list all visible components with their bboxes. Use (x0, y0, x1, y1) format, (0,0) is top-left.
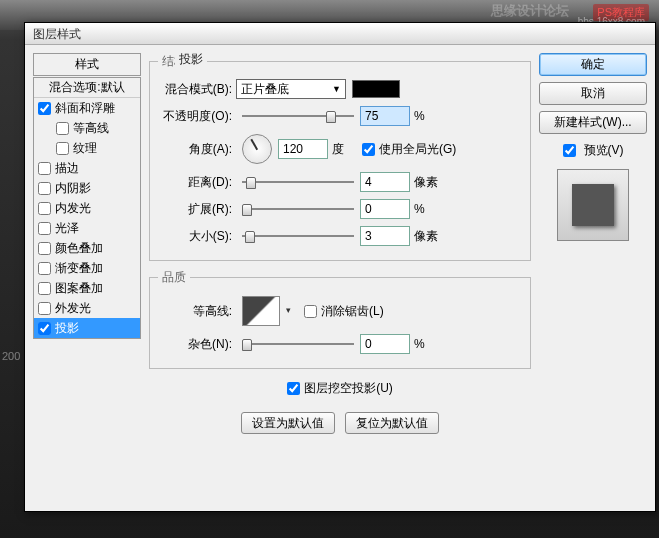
opacity-slider[interactable] (242, 109, 354, 123)
preview-checkbox[interactable] (563, 144, 576, 157)
layer-style-dialog: 图层样式 样式 混合选项:默认 斜面和浮雕等高线纹理描边内阴影内发光光泽颜色叠加… (24, 22, 656, 512)
spread-label: 扩展(R): (158, 201, 236, 218)
style-item-3[interactable]: 描边 (34, 158, 140, 178)
preview-swatch (557, 169, 629, 241)
style-item-checkbox[interactable] (56, 142, 69, 155)
effect-settings-panel: 投影 结构 混合模式(B): 正片叠底 ▼ 不透明度(O): % (149, 53, 531, 503)
dialog-buttons-panel: 确定 取消 新建样式(W)... 预览(V) (539, 53, 647, 503)
contour-label: 等高线: (158, 303, 236, 320)
antialias-label: 消除锯齿(L) (321, 303, 384, 320)
watermark-brand: 思缘设计论坛 (491, 2, 569, 20)
antialias-checkbox[interactable] (304, 305, 317, 318)
style-item-label: 外发光 (55, 300, 91, 317)
quality-group: 品质 等高线: 消除锯齿(L) 杂色(N): % (149, 269, 531, 369)
distance-label: 距离(D): (158, 174, 236, 191)
style-item-label: 内阴影 (55, 180, 91, 197)
style-item-checkbox[interactable] (38, 262, 51, 275)
shadow-color-swatch[interactable] (352, 80, 400, 98)
spread-slider[interactable] (242, 202, 354, 216)
style-item-label: 投影 (55, 320, 79, 337)
style-item-9[interactable]: 图案叠加 (34, 278, 140, 298)
reset-default-button[interactable]: 复位为默认值 (345, 412, 439, 434)
distance-slider[interactable] (242, 175, 354, 189)
style-item-checkbox[interactable] (38, 242, 51, 255)
style-item-label: 纹理 (73, 140, 97, 157)
opacity-input[interactable] (360, 106, 410, 126)
style-item-checkbox[interactable] (38, 222, 51, 235)
style-item-checkbox[interactable] (38, 302, 51, 315)
style-item-checkbox[interactable] (38, 102, 51, 115)
styles-header[interactable]: 样式 (33, 53, 141, 76)
noise-label: 杂色(N): (158, 336, 236, 353)
cancel-button[interactable]: 取消 (539, 82, 647, 105)
style-item-label: 渐变叠加 (55, 260, 103, 277)
knockout-checkbox[interactable] (287, 382, 300, 395)
style-item-label: 图案叠加 (55, 280, 103, 297)
make-default-button[interactable]: 设置为默认值 (241, 412, 335, 434)
size-label: 大小(S): (158, 228, 236, 245)
new-style-button[interactable]: 新建样式(W)... (539, 111, 647, 134)
style-item-label: 描边 (55, 160, 79, 177)
blend-mode-combo[interactable]: 正片叠底 ▼ (236, 79, 346, 99)
style-item-label: 斜面和浮雕 (55, 100, 115, 117)
style-item-8[interactable]: 渐变叠加 (34, 258, 140, 278)
style-item-6[interactable]: 光泽 (34, 218, 140, 238)
style-item-checkbox[interactable] (38, 202, 51, 215)
style-item-checkbox[interactable] (38, 282, 51, 295)
style-item-checkbox[interactable] (56, 122, 69, 135)
style-item-label: 颜色叠加 (55, 240, 103, 257)
preview-label: 预览(V) (584, 142, 624, 159)
style-item-label: 光泽 (55, 220, 79, 237)
style-item-checkbox[interactable] (38, 162, 51, 175)
size-slider[interactable] (242, 229, 354, 243)
angle-input[interactable] (278, 139, 328, 159)
angle-label: 角度(A): (158, 141, 236, 158)
style-item-1[interactable]: 等高线 (34, 118, 140, 138)
noise-input[interactable] (360, 334, 410, 354)
quality-legend: 品质 (158, 269, 190, 286)
noise-slider[interactable] (242, 337, 354, 351)
style-item-checkbox[interactable] (38, 182, 51, 195)
style-item-2[interactable]: 纹理 (34, 138, 140, 158)
size-input[interactable] (360, 226, 410, 246)
backdrop-year: 200 (2, 350, 20, 362)
style-item-0[interactable]: 斜面和浮雕 (34, 98, 140, 118)
distance-input[interactable] (360, 172, 410, 192)
global-light-label: 使用全局光(G) (379, 141, 456, 158)
style-item-label: 内发光 (55, 200, 91, 217)
blend-mode-label: 混合模式(B): (158, 81, 236, 98)
style-item-11[interactable]: 投影 (34, 318, 140, 338)
style-item-4[interactable]: 内阴影 (34, 178, 140, 198)
structure-group: 结构 混合模式(B): 正片叠底 ▼ 不透明度(O): % 角度( (149, 53, 531, 261)
chevron-down-icon: ▼ (332, 84, 341, 94)
styles-list-panel: 样式 混合选项:默认 斜面和浮雕等高线纹理描边内阴影内发光光泽颜色叠加渐变叠加图… (33, 53, 141, 503)
style-item-7[interactable]: 颜色叠加 (34, 238, 140, 258)
style-item-5[interactable]: 内发光 (34, 198, 140, 218)
dialog-title: 图层样式 (25, 23, 655, 45)
style-item-label: 等高线 (73, 120, 109, 137)
style-item-10[interactable]: 外发光 (34, 298, 140, 318)
blending-options-link[interactable]: 混合选项:默认 (34, 78, 140, 98)
angle-dial[interactable] (242, 134, 272, 164)
opacity-label: 不透明度(O): (158, 108, 236, 125)
knockout-label: 图层挖空投影(U) (304, 380, 393, 397)
spread-input[interactable] (360, 199, 410, 219)
contour-picker[interactable] (242, 296, 280, 326)
panel-title: 投影 (175, 51, 207, 68)
style-item-checkbox[interactable] (38, 322, 51, 335)
global-light-checkbox[interactable] (362, 143, 375, 156)
ok-button[interactable]: 确定 (539, 53, 647, 76)
